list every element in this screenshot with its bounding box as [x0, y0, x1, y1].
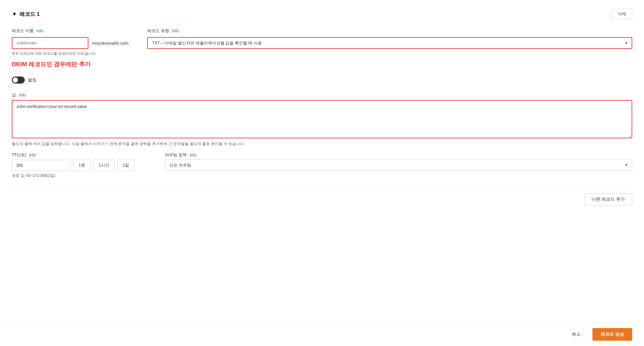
main-container: ▼ 레코드 1 삭제 레코드 이름 Info moonkorea00.com 루…: [0, 0, 644, 322]
footer-bar: 취소 레코드 생성: [0, 322, 644, 346]
record-title: ▼ 레코드 1: [12, 11, 40, 18]
alias-row: 별칭: [12, 76, 136, 84]
create-record-button[interactable]: 레코드 생성: [592, 328, 632, 341]
record-header: ▼ 레코드 1 삭제: [12, 9, 632, 19]
record-type-label: 레코드 유형: [147, 28, 169, 34]
routing-label: 라우팅 정책: [165, 152, 187, 158]
add-record-row: 다른 레코드 추가: [12, 187, 632, 208]
delete-button[interactable]: 삭제: [612, 9, 632, 19]
alias-toggle[interactable]: [12, 76, 25, 84]
ttl-1hour-button[interactable]: 1시간: [93, 159, 115, 171]
routing-group: 라우팅 정책 Info 단순 라우팅가중치 기반지리적 위치지연 시간장애 조치…: [165, 152, 632, 171]
ttl-recommended: 권장 값: 60~172,800(2일): [12, 173, 147, 178]
ttl-routing-row: TTL(초) Info 1분 1시간 1일 권장 값: 60~172,800(2…: [12, 152, 632, 178]
ttl-group: TTL(초) Info 1분 1시간 1일 권장 값: 60~172,800(2…: [12, 152, 147, 178]
value-label: 값: [12, 92, 16, 98]
cancel-button[interactable]: 취소: [565, 329, 588, 340]
record-type-group: 레코드 유형 Info TXT – 이메일 발신자와 애플리케이션별 값을 확인…: [147, 28, 632, 49]
record-name-group: 레코드 이름 Info moonkorea00.com 루트 도메인에 대한 레…: [12, 28, 136, 86]
ttl-1day-button[interactable]: 1일: [117, 159, 135, 171]
alias-label: 별칭: [28, 77, 37, 83]
record-name-label: 레코드 이름: [12, 28, 34, 34]
routing-info-link[interactable]: Info: [190, 153, 196, 157]
record-type-label-row: 레코드 유형 Info: [147, 28, 632, 34]
record-title-text: 레코드 1: [19, 11, 40, 18]
value-hint: 별도의 줄에 여러 값을 입력합니다. 다음 줄에서 이어가기 전에 문자열 끝…: [12, 141, 632, 147]
value-section: 값 Info 별도의 줄에 여러 값을 입력합니다. 다음 줄에서 이어가기 전…: [12, 92, 632, 147]
record-type-info-link[interactable]: Info: [172, 29, 179, 33]
domain-label: moonkorea00.com: [92, 41, 128, 46]
ttl-1min-button[interactable]: 1분: [73, 159, 91, 171]
record-type-select-wrapper: TXT – 이메일 발신자와 애플리케이션별 값을 확인할 때 사용A – IP…: [147, 37, 632, 49]
routing-select-wrapper: 단순 라우팅가중치 기반지리적 위치지연 시간장애 조치다중 값 응답IP 기반: [165, 159, 632, 171]
add-record-button[interactable]: 다른 레코드 추가: [584, 193, 632, 205]
ttl-input[interactable]: [12, 160, 71, 171]
ttl-controls: 1분 1시간 1일: [12, 159, 147, 171]
routing-select[interactable]: 단순 라우팅가중치 기반지리적 위치지연 시간장애 조치다중 값 응답IP 기반: [165, 159, 632, 171]
routing-label-row: 라우팅 정책 Info: [165, 152, 632, 158]
record-type-select[interactable]: TXT – 이메일 발신자와 애플리케이션별 값을 확인할 때 사용A – IP…: [147, 37, 632, 49]
ttl-routing-section: TTL(초) Info 1분 1시간 1일 권장 값: 60~172,800(2…: [12, 152, 632, 178]
ttl-label: TTL(초): [12, 152, 26, 158]
dkim-notice: DKIM 레코드인 경우에만 추가: [12, 60, 136, 68]
input-with-domain: moonkorea00.com: [12, 37, 136, 49]
name-type-row: 레코드 이름 Info moonkorea00.com 루트 도메인에 대한 레…: [12, 28, 632, 86]
record-name-hint: 루트 도메인에 대한 레코드를 생성하려면 비워 둡니다.: [12, 51, 136, 56]
record-name-info-link[interactable]: Info: [37, 29, 43, 33]
ttl-info-link[interactable]: Info: [29, 153, 36, 157]
record-name-input[interactable]: [12, 37, 88, 49]
ttl-label-row: TTL(초) Info: [12, 152, 147, 158]
value-label-row: 값 Info: [12, 92, 632, 98]
value-info-link[interactable]: Info: [19, 93, 26, 97]
record-name-label-row: 레코드 이름 Info: [12, 28, 136, 34]
value-textarea[interactable]: [12, 100, 632, 138]
triangle-icon: ▼: [12, 11, 17, 17]
